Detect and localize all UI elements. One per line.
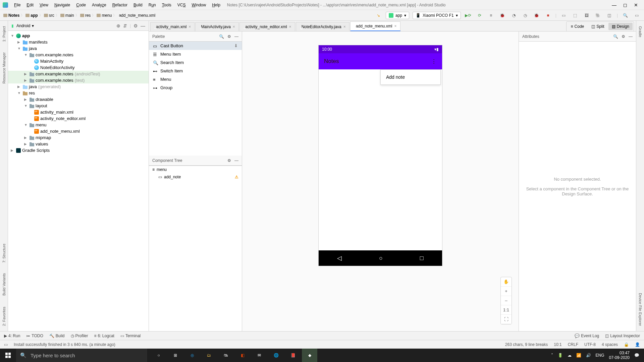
gear-icon[interactable]: ⚙	[227, 158, 231, 163]
tab-activity-main[interactable]: activity_main.xml×	[150, 22, 195, 31]
attach-debugger-icon[interactable]: 🐞	[533, 11, 541, 19]
overflow-icon[interactable]: ⋮	[431, 58, 437, 65]
palette-menu[interactable]: ≡Menu	[149, 75, 242, 83]
close-button[interactable]: ✕	[634, 2, 638, 8]
tab-add-note-menu[interactable]: add_note_menu.xml×	[350, 21, 400, 31]
zoom-ratio[interactable]: 1:1	[501, 305, 512, 315]
design-surface[interactable]: 10:00 ▾ ▮ Notes ⋮ Add note	[242, 32, 519, 331]
tool-structure[interactable]: 7: Structure	[2, 242, 6, 265]
tree-res[interactable]: ▼res	[8, 90, 149, 96]
zoom-fit[interactable]: ⛶	[501, 315, 512, 324]
menu-view[interactable]: View	[37, 2, 51, 8]
hide-panel-icon[interactable]: —	[141, 23, 145, 28]
minimize-icon[interactable]: —	[234, 158, 238, 163]
tree-activity-main-xml[interactable]: activity_main.xml	[8, 109, 149, 115]
tool-terminal[interactable]: ▭ Terminal	[120, 334, 141, 338]
zoom-in[interactable]: +	[501, 287, 512, 296]
tool-event-log[interactable]: 💬 Event Log	[575, 334, 599, 338]
task-view-icon[interactable]: ⊞	[168, 349, 183, 362]
tab-note-editor-activity[interactable]: NoteEditorActivity.java×	[296, 22, 350, 31]
tree-app-module[interactable]: ▼app	[8, 33, 149, 39]
mode-code[interactable]: ≡ Code	[568, 23, 588, 30]
crumb-notes[interactable]: Notes	[3, 13, 19, 18]
taskbar-clock[interactable]: 03:47 07-09-2020	[609, 351, 630, 360]
tree-package-test[interactable]: ▶com.example.notes (test)	[8, 77, 149, 83]
lock-icon[interactable]: 🔒	[624, 342, 629, 347]
warning-icon[interactable]: ⚠	[235, 175, 238, 179]
home-icon[interactable]: ○	[379, 255, 383, 262]
status-encoding[interactable]: UTF-8	[584, 342, 596, 347]
menu-vcs[interactable]: VCS	[175, 2, 189, 8]
crumb-res[interactable]: res	[80, 13, 91, 18]
notifications-icon[interactable]: 💬	[634, 353, 639, 358]
close-icon[interactable]: ×	[394, 24, 397, 28]
mode-design[interactable]: ▧ Design	[608, 23, 633, 30]
tool-project[interactable]: 1: Project	[2, 24, 6, 44]
start-button[interactable]	[0, 349, 16, 362]
menu-tools[interactable]: Tools	[159, 2, 174, 8]
tree-note-editor-activity[interactable]: NoteEditorActivity	[8, 64, 149, 71]
pan-icon[interactable]: ✋	[501, 277, 512, 287]
menu-file[interactable]: File	[11, 2, 23, 8]
tool-device-file-explorer[interactable]: Device File Explorer	[638, 291, 642, 328]
close-icon[interactable]: ×	[233, 24, 235, 29]
run-tests-icon[interactable]: ≡	[487, 11, 495, 19]
palette-cast-button[interactable]: ▭Cast Button⬇	[149, 42, 242, 50]
tool-favorites[interactable]: 2: Favorites	[2, 305, 6, 328]
stop-icon[interactable]: ■	[544, 11, 552, 19]
tree-package-androidtest[interactable]: ▶com.example.notes (androidTest)	[8, 71, 149, 77]
memory-indicator-icon[interactable]: 👤	[635, 342, 640, 347]
tool-todo[interactable]: ≔ TODO	[26, 334, 43, 338]
edge-icon[interactable]: ◎	[184, 349, 200, 362]
target-icon[interactable]: ⊕	[116, 23, 120, 28]
apply-changes-icon[interactable]: ⟳	[476, 11, 484, 19]
minimize-icon[interactable]: —	[629, 34, 633, 39]
crumb-app[interactable]: app	[25, 13, 38, 18]
tree-mipmap[interactable]: ▶mipmap	[8, 134, 149, 141]
crumb-menu[interactable]: menu	[97, 13, 112, 18]
gear-icon[interactable]: ⚙	[227, 34, 231, 39]
recents-icon[interactable]: □	[420, 255, 424, 262]
sdk-manager-icon[interactable]: ⬚	[571, 11, 579, 19]
tree-package[interactable]: ▼com.example.notes	[8, 52, 149, 58]
ct-add-note[interactable]: ▭add_note⚠	[149, 173, 242, 181]
tree-activity-note-editor-xml[interactable]: activity_note_editor.xml	[8, 115, 149, 122]
debug-icon[interactable]: 🐞	[498, 11, 506, 19]
tool-layout-inspector[interactable]: ◫ Layout Inspector	[605, 334, 640, 338]
menu-window[interactable]: Window	[189, 2, 209, 8]
file-explorer-icon[interactable]: 🗂	[201, 349, 217, 362]
menu-build[interactable]: Build	[131, 2, 145, 8]
palette-search-item[interactable]: 🔍Search Item	[149, 58, 242, 67]
cortana-icon[interactable]: ○	[151, 349, 166, 362]
resource-manager-icon[interactable]: 🖼	[583, 11, 591, 19]
run-icon[interactable]: ▶⟳	[464, 11, 472, 19]
tool-run[interactable]: ▶ 4: Run	[4, 334, 20, 338]
device-preview[interactable]: 10:00 ▾ ▮ Notes ⋮ Add note	[318, 45, 442, 266]
tree-drawable[interactable]: ▶drawable	[8, 96, 149, 103]
tool-gradle[interactable]: Gradle	[638, 24, 642, 39]
menu-navigate[interactable]: Navigate	[52, 2, 73, 8]
android-studio-icon[interactable]: ◆	[302, 349, 317, 362]
menu-add-note[interactable]: Add note	[386, 74, 405, 80]
search-icon[interactable]: 🔍	[613, 34, 618, 39]
ct-menu[interactable]: ≡menu	[149, 166, 242, 173]
palette-switch-item[interactable]: ⊷Switch Item	[149, 67, 242, 75]
menu-help[interactable]: Help	[209, 2, 223, 8]
settings-help-icon[interactable]: ▭	[633, 11, 641, 19]
menu-run[interactable]: Run	[146, 2, 159, 8]
search-everywhere-icon[interactable]: 🔍	[621, 11, 629, 19]
tree-layout[interactable]: ▼layout	[8, 103, 149, 109]
device-select[interactable]: 📱 Xiaomi POCO F1 ▾	[413, 12, 461, 19]
search-icon[interactable]: 🔍	[219, 34, 224, 39]
tree-menu-dir[interactable]: ▼menu	[8, 122, 149, 128]
minimize-button[interactable]: —	[612, 2, 616, 8]
menu-popup[interactable]: Add note	[380, 69, 441, 85]
mail-icon[interactable]: ✉	[252, 349, 267, 362]
tool-build-variants[interactable]: Build Variants	[2, 271, 6, 298]
run-config-select[interactable]: app ▾	[386, 12, 409, 19]
close-icon[interactable]: ×	[289, 24, 291, 29]
menu-analyze[interactable]: Analyze	[89, 2, 109, 8]
menu-code[interactable]: Code	[73, 2, 89, 8]
tree-java[interactable]: ▼java	[8, 45, 149, 52]
volume-icon[interactable]: 🔊	[586, 353, 591, 358]
